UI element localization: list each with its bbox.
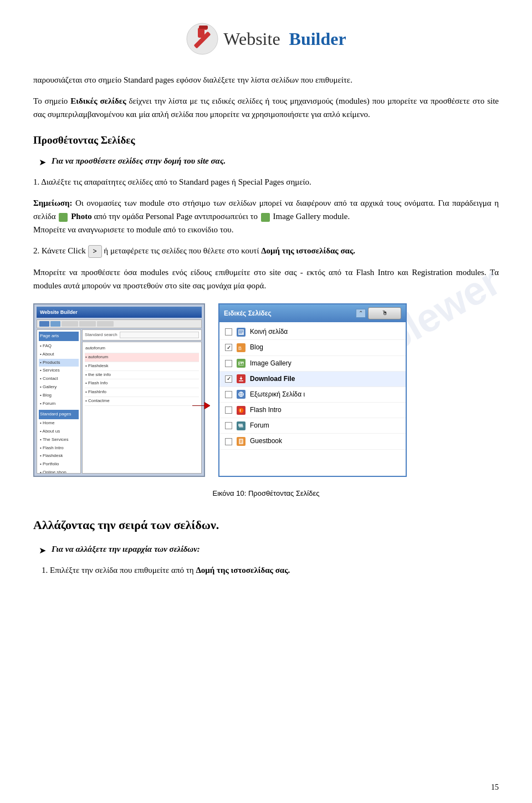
list-item: B Blog <box>219 340 406 355</box>
note-paragraph: Σημείωση: Οι ονομασίες των module στο στ… <box>33 196 499 236</box>
paragraph-1: παρουσιάζεται στο σημείο Standard pages … <box>33 73 499 87</box>
list-item: f Flash Intro <box>219 403 406 418</box>
svg-rect-8 <box>239 332 243 332</box>
paragraph-2: Το σημείο Ειδικές σελίδες δείχνει την λί… <box>33 94 499 121</box>
main-content: παρουσιάζεται στο σημείο Standard pages … <box>33 73 499 577</box>
photo-icon <box>59 213 68 222</box>
svg-rect-7 <box>239 331 243 331</box>
checkbox-guestbook[interactable] <box>225 438 232 445</box>
koinh-label: Κοινή σελίδα <box>250 327 288 337</box>
list-item: Image Gallery <box>219 356 406 372</box>
checkbox-download[interactable] <box>225 375 232 383</box>
list-item: Κοινή σελίδα <box>219 324 406 340</box>
external-icon <box>237 390 245 399</box>
ordered-list: Επιλέξτε την σελίδα που επιθυμείτε από τ… <box>50 563 499 577</box>
forum-icon <box>237 421 245 430</box>
list-item: Εξωτερική Σελίδα ι <box>219 387 406 403</box>
forum-label: Forum <box>250 420 269 431</box>
gallery-label: Image Gallery <box>250 358 291 369</box>
logo-text: Website Builder <box>223 29 346 49</box>
checkbox-external[interactable] <box>225 391 232 398</box>
download-label: Download File <box>250 374 295 384</box>
checkbox-flash[interactable] <box>225 406 232 414</box>
external-label: Εξωτερική Σελίδα ι <box>250 389 305 400</box>
right-dialog: Ειδικές Σελίδες ⌃ 🖱 Κοινή σελ <box>218 303 407 477</box>
list-item: Forum <box>219 418 406 434</box>
bullet-item-1: ➤ Για να προσθέσετε σελίδες στην δομή το… <box>39 154 499 170</box>
flash-label: Flash Intro <box>250 405 282 415</box>
dialog-title: Ειδικές Σελίδες <box>224 308 272 319</box>
modules-paragraph: Μπορείτε να προσθέσετε όσα modules ενός … <box>33 266 499 292</box>
left-screenshot: Website Builder Page arts • FAQ • About … <box>33 303 205 477</box>
svg-rect-9 <box>239 333 242 333</box>
screenshot-section: Website Builder Page arts • FAQ • About … <box>33 303 499 477</box>
arrow-icon: ➤ <box>39 155 46 170</box>
logo: Website Builder <box>186 22 346 55</box>
svg-rect-13 <box>239 380 243 382</box>
image-caption: Εικόνα 10: Προσθέτοντας Σελίδες <box>33 488 499 500</box>
page-number: 15 <box>491 783 499 792</box>
guestbook-label: Guestbook <box>250 436 282 446</box>
page-header: Website Builder <box>33 22 499 55</box>
section-title-reorder: Αλλάζοντας την σειρά των σελίδων. <box>33 515 499 535</box>
svg-text:B: B <box>238 345 242 351</box>
svg-rect-19 <box>239 425 243 428</box>
checkbox-blog[interactable] <box>225 344 232 351</box>
list-item-download: Download File <box>219 372 406 387</box>
checkbox-forum[interactable] <box>225 422 232 429</box>
download-icon <box>237 374 245 383</box>
gallery-icon-item <box>237 359 245 368</box>
flash-icon: f <box>237 406 245 415</box>
arrow-button[interactable]: > <box>88 245 102 258</box>
wb-mini-title: Website Builder <box>40 308 78 316</box>
arrow-icon-2: ➤ <box>39 543 46 558</box>
section-title-adding: Προσθέτοντας Σελίδες <box>33 132 499 149</box>
add-btn[interactable]: 🖱 <box>368 307 401 319</box>
list-item: Guestbook <box>219 434 406 449</box>
koinh-icon <box>237 328 245 337</box>
checkbox-gallery[interactable] <box>225 360 232 367</box>
bullet-item-2: ➤ Για να αλλάξετε την ιεραρχία των σελίδ… <box>39 542 499 558</box>
svg-rect-5 <box>199 26 208 29</box>
step-1: 1. Διαλέξτε τις απαραίτητες σελίδες από … <box>33 175 499 189</box>
gallery-icon <box>261 213 270 222</box>
checkbox-koinh[interactable] <box>225 328 232 336</box>
logo-icon <box>186 22 219 55</box>
guestbook-icon <box>237 437 245 446</box>
list-item-1: Επιλέξτε την σελίδα που επιθυμείτε από τ… <box>50 563 499 577</box>
svg-point-12 <box>239 362 241 363</box>
blog-icon: B <box>237 343 245 352</box>
page-list: Κοινή σελίδα B Blog Image Gallery <box>219 322 406 452</box>
step-2: 2. Κάνετε Click > ή μεταφέρετε τις σελίδ… <box>33 244 499 258</box>
blog-label: Blog <box>250 342 263 353</box>
dialog-collapse-btn[interactable]: ⌃ <box>356 309 366 318</box>
